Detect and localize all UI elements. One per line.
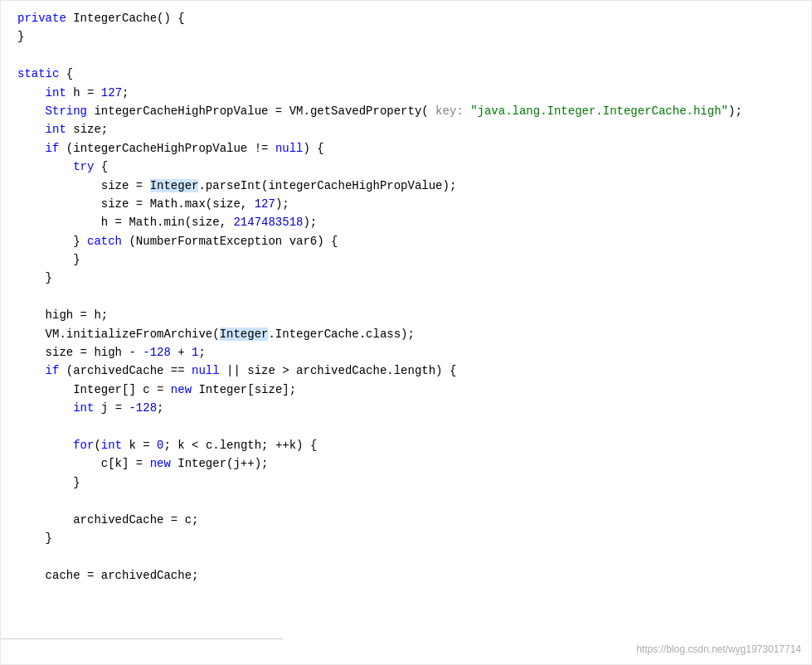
- line-31: cache = archivedCache;: [17, 566, 795, 585]
- code-block: private IntegerCache() { } static { int …: [1, 9, 811, 585]
- line-5: int h = 127;: [17, 84, 795, 102]
- line-13: } catch (NumberFormatException var6) {: [17, 232, 795, 250]
- line-18: VM.initializeFromArchive(Integer.Integer…: [17, 325, 795, 343]
- line-29: }: [17, 529, 795, 547]
- watermark: https://blog.csdn.net/wyg1973017714: [636, 642, 801, 658]
- line-25: c[k] = new Integer(j++);: [17, 454, 795, 473]
- line-22: int j = -128;: [17, 399, 795, 417]
- line-8: if (integerCacheHighPropValue != null) {: [17, 139, 795, 158]
- line-27: [17, 492, 795, 510]
- line-7: int size;: [17, 120, 795, 138]
- line-16: [17, 288, 795, 306]
- line-4: static {: [17, 65, 795, 83]
- line-3: [17, 46, 795, 65]
- line-11: size = Math.max(size, 127);: [17, 195, 795, 213]
- line-1: private IntegerCache() {: [17, 9, 795, 27]
- line-12: h = Math.min(size, 2147483518);: [17, 213, 795, 231]
- line-28: archivedCache = c;: [17, 511, 795, 529]
- line-6: String integerCacheHighPropValue = VM.ge…: [17, 102, 795, 120]
- line-21: Integer[] c = new Integer[size];: [17, 381, 795, 399]
- line-19: size = high - -128 + 1;: [17, 343, 795, 362]
- code-container: private IntegerCache() { } static { int …: [0, 0, 812, 665]
- line-9: try {: [17, 158, 795, 176]
- line-24: for(int k = 0; k < c.length; ++k) {: [17, 436, 795, 454]
- line-26: }: [17, 473, 795, 492]
- line-20: if (archivedCache == null || size > arch…: [17, 362, 795, 380]
- line-30: [17, 547, 795, 565]
- line-14: }: [17, 250, 795, 269]
- line-23: [17, 418, 795, 436]
- line-15: }: [17, 269, 795, 287]
- line-10: size = Integer.parseInt(integerCacheHigh…: [17, 177, 795, 195]
- bottom-border: [1, 638, 283, 639]
- line-2: }: [17, 27, 795, 46]
- line-17: high = h;: [17, 306, 795, 324]
